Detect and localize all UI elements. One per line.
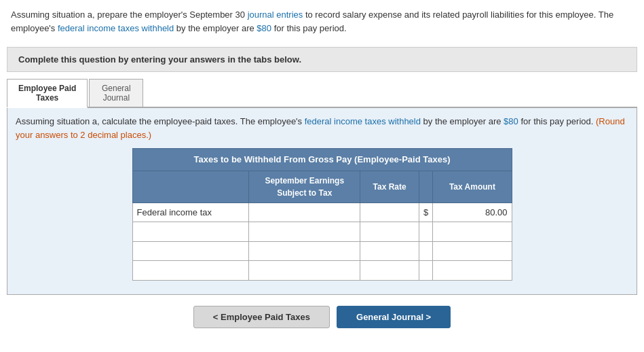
table-row	[132, 241, 512, 261]
intro-paragraph: Assuming situation a, prepare the employ…	[0, 0, 644, 41]
table-title-row: Taxes to be Withheld From Gross Pay (Emp…	[132, 149, 512, 171]
row2-amount-input[interactable]	[437, 226, 507, 236]
tab-label-line1-gj: General	[100, 84, 132, 93]
tab-employee-paid-taxes[interactable]: Employee Paid Taxes	[7, 79, 88, 108]
row1-earnings-input[interactable]	[253, 207, 356, 217]
row1-rate-cell[interactable]	[360, 203, 419, 222]
row2-earnings-input[interactable]	[253, 226, 356, 236]
row4-dollar	[419, 261, 433, 281]
row3-rate-input[interactable]	[364, 246, 415, 256]
row4-rate-cell[interactable]	[360, 261, 419, 281]
row2-label[interactable]	[132, 222, 249, 242]
content-area: Assuming situation a, calculate the empl…	[7, 108, 637, 295]
row4-earnings-input[interactable]	[253, 265, 356, 275]
table-row: Federal income tax $ 80.00	[132, 203, 512, 222]
col-header-dollar-spacer	[419, 171, 433, 203]
row1-earnings-cell[interactable]	[249, 203, 360, 222]
instruction-text: Complete this question by entering your …	[18, 54, 301, 65]
row2-label-input[interactable]	[137, 226, 245, 236]
tab-general-journal[interactable]: General Journal	[89, 79, 143, 107]
next-button[interactable]: General Journal >	[337, 306, 451, 328]
next-button-label: General Journal	[356, 312, 426, 322]
table-row	[132, 222, 512, 242]
tab-label-line2-gj: Journal	[100, 93, 132, 103]
row1-dollar: $	[419, 203, 433, 222]
row2-rate-input[interactable]	[364, 226, 415, 236]
table-row	[132, 261, 512, 281]
row3-rate-cell[interactable]	[360, 241, 419, 261]
row1-rate-input[interactable]	[364, 207, 415, 217]
employee-taxes-table: Taxes to be Withheld From Gross Pay (Emp…	[132, 148, 512, 281]
prev-button-label: Employee Paid Taxes	[221, 312, 310, 322]
top-text-area: Assuming situation a, prepare the employ…	[0, 0, 644, 41]
table-title: Taxes to be Withheld From Gross Pay (Emp…	[132, 149, 512, 171]
row2-earnings-cell[interactable]	[249, 222, 360, 242]
row1-label: Federal income tax	[132, 203, 249, 222]
row3-earnings-input[interactable]	[253, 246, 356, 256]
row3-label-input[interactable]	[137, 246, 245, 256]
row4-label[interactable]	[132, 261, 249, 281]
row3-earnings-cell[interactable]	[249, 241, 360, 261]
table-col-headers: September EarningsSubject to Tax Tax Rat…	[132, 171, 512, 203]
tab-label-line1: Employee Paid	[18, 84, 76, 93]
row3-dollar	[419, 241, 433, 261]
row4-amount-cell[interactable]	[433, 261, 512, 281]
table-wrapper: Taxes to be Withheld From Gross Pay (Emp…	[24, 148, 620, 281]
row4-label-input[interactable]	[137, 265, 245, 275]
content-description: Assuming situation a, calculate the empl…	[16, 115, 628, 141]
row3-amount-input[interactable]	[437, 246, 507, 256]
tabs-container: Employee Paid Taxes General Journal	[7, 79, 637, 108]
tab-label-line2: Taxes	[18, 93, 76, 103]
row1-amount-cell: 80.00	[433, 203, 512, 222]
next-arrow-icon: >	[426, 312, 432, 322]
col-header-amount: Tax Amount	[433, 171, 512, 203]
row2-rate-cell[interactable]	[360, 222, 419, 242]
col-header-earnings: September EarningsSubject to Tax	[249, 171, 360, 203]
col-header-label	[132, 171, 249, 203]
row2-dollar	[419, 222, 433, 242]
row2-amount-cell[interactable]	[433, 222, 512, 242]
row3-amount-cell[interactable]	[433, 241, 512, 261]
row4-amount-input[interactable]	[437, 265, 507, 275]
row3-label[interactable]	[132, 241, 249, 261]
instruction-box: Complete this question by entering your …	[7, 47, 637, 72]
col-header-rate: Tax Rate	[360, 171, 419, 203]
prev-arrow-icon: <	[213, 312, 219, 322]
row4-rate-input[interactable]	[364, 265, 415, 275]
prev-button[interactable]: < Employee Paid Taxes	[193, 306, 330, 328]
row4-earnings-cell[interactable]	[249, 261, 360, 281]
navigation-buttons: < Employee Paid Taxes General Journal >	[7, 306, 637, 328]
